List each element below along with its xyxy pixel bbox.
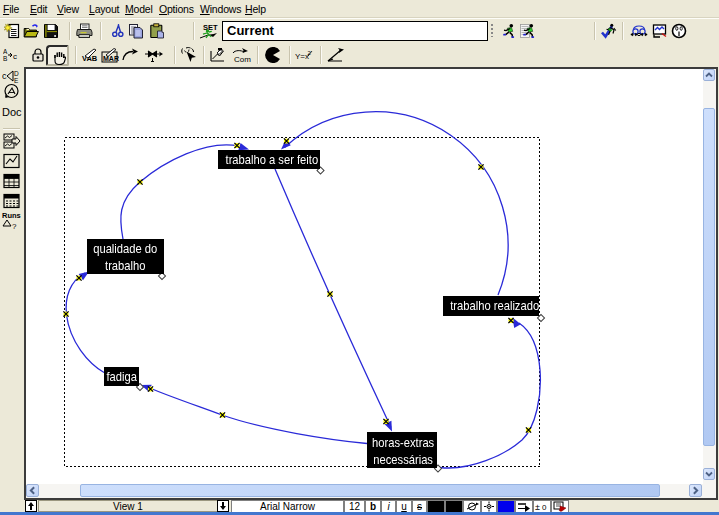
svg-text:A: A — [3, 48, 8, 55]
svg-text:±: ± — [535, 502, 540, 512]
svg-text:B: B — [3, 55, 7, 62]
svg-text:Com: Com — [234, 55, 251, 64]
svg-text:SET: SET — [203, 23, 218, 32]
svg-text:c: c — [13, 52, 17, 61]
svg-text:?: ? — [12, 222, 17, 231]
svg-text:0: 0 — [542, 503, 547, 512]
svg-text:MAR: MAR — [103, 55, 119, 62]
